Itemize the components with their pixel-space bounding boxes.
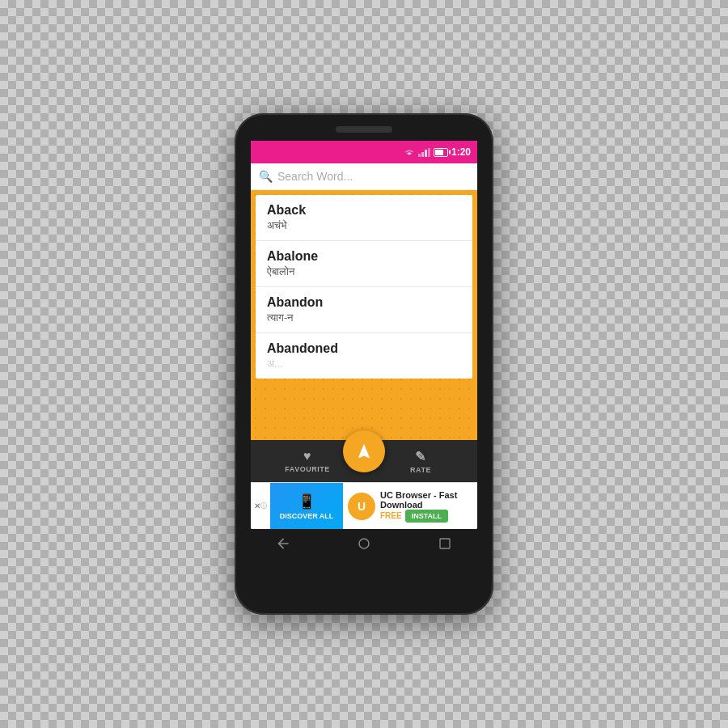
signal-icon: [418, 147, 430, 157]
rate-label: RATE: [410, 466, 431, 474]
search-icon: 🔍: [259, 170, 273, 183]
svg-rect-1: [440, 539, 450, 548]
word-english: Abandoned: [267, 341, 461, 356]
word-hindi: त्याग-न: [267, 311, 461, 324]
ad-text-area: UC Browser - Fast Download FREE INSTALL: [380, 490, 477, 523]
favourite-label: FAVOURITE: [285, 465, 329, 473]
word-english: Abandon: [267, 295, 461, 310]
ad-info-icon: ⓘ: [260, 502, 267, 510]
word-item-abalone[interactable]: Abalone ऐबालोन: [256, 241, 472, 287]
ad-banner[interactable]: ✕ ⓘ 📱 DISCOVER ALL U UC Browser - Fast D…: [251, 482, 477, 529]
word-item-abandoned[interactable]: Abandoned अ...: [256, 333, 472, 379]
phone-speaker: [336, 126, 392, 133]
recents-button[interactable]: [433, 531, 457, 556]
navigate-icon: [355, 442, 373, 460]
word-list: Aback अचंभे Abalone ऐबालोन Abandon त्याग…: [256, 195, 472, 379]
back-button[interactable]: [271, 531, 295, 556]
rate-icon: ✎: [415, 449, 426, 464]
ad-image: 📱 DISCOVER ALL: [270, 483, 343, 529]
word-item-abandon[interactable]: Abandon त्याग-न: [256, 287, 472, 333]
android-nav: [243, 529, 485, 558]
free-label: FREE: [380, 511, 402, 520]
ad-action-buttons: FREE INSTALL: [380, 510, 477, 523]
ad-app-name: UC Browser - Fast Download: [380, 490, 477, 510]
battery-icon: [434, 148, 448, 157]
install-button[interactable]: INSTALL: [405, 510, 448, 523]
word-english: Aback: [267, 203, 461, 218]
uc-letter: U: [358, 500, 366, 513]
home-button[interactable]: [352, 531, 376, 556]
word-hindi: अचंभे: [267, 219, 461, 232]
heart-icon: ♥: [303, 449, 311, 463]
status-bar: 1:20: [251, 141, 477, 163]
content-area: Aback अचंभे Abalone ऐबालोन Abandon त्याग…: [251, 190, 477, 440]
word-item-aback[interactable]: Aback अचंभे: [256, 195, 472, 241]
discover-label: DISCOVER ALL: [280, 512, 334, 520]
phone-device: 1:20 🔍 Search Word... Aback अचंभे Abalon…: [235, 113, 493, 615]
svg-point-0: [359, 539, 369, 548]
bottom-nav: ♥ FAVOURITE ✎ RATE: [251, 440, 477, 482]
word-english: Abalone: [267, 249, 461, 264]
close-icon: ✕: [254, 502, 260, 510]
word-hindi: ऐबालोन: [267, 265, 461, 278]
word-hindi: अ...: [267, 358, 461, 370]
phone-screen: 1:20 🔍 Search Word... Aback अचंभे Abalon…: [251, 141, 477, 529]
search-input[interactable]: Search Word...: [277, 170, 469, 183]
uc-logo: U: [348, 493, 375, 520]
navigate-button[interactable]: [343, 430, 385, 472]
search-bar: 🔍 Search Word...: [251, 163, 477, 190]
status-time: 1:20: [451, 146, 471, 158]
ad-close-button[interactable]: ✕ ⓘ: [251, 500, 270, 512]
wifi-icon: [404, 147, 415, 157]
